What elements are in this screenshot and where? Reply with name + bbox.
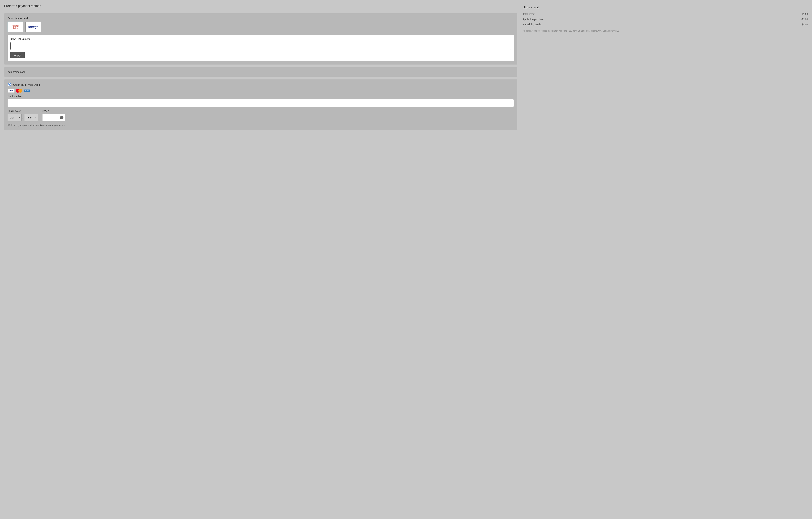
- apply-button[interactable]: Apply: [10, 52, 25, 58]
- pin-input[interactable]: [10, 42, 511, 50]
- total-credit-label: Total credit:: [523, 13, 535, 16]
- promo-section: Add promo code: [4, 67, 517, 77]
- year-select[interactable]: YYYY 202420252026 202720282029 2030: [24, 114, 38, 121]
- card-type-section: Select type of card: Rakuten kobo !Indig…: [4, 13, 517, 64]
- credit-card-radio-row: Credit card / Visa Debit: [8, 83, 514, 86]
- kobo-card-option[interactable]: Rakuten kobo: [8, 22, 23, 32]
- save-info-text: We'll save your payment information for …: [8, 124, 514, 127]
- remaining-credit-value: $0.00: [802, 23, 808, 26]
- indigo-logo: !Indigo: [28, 25, 38, 29]
- pin-section: Kobo PIN Number Apply: [8, 35, 514, 61]
- card-type-options: Rakuten kobo !Indigo: [8, 22, 514, 32]
- mastercard-icon: [16, 89, 22, 92]
- total-credit-row: Total credit: $1.00: [523, 13, 808, 16]
- transaction-footer-text: All transactions processed by Rakuten Ko…: [523, 29, 808, 32]
- total-credit-value: $1.00: [802, 13, 808, 16]
- month-select[interactable]: MM 010203 040506 070809 101112: [8, 114, 22, 121]
- add-promo-code-link[interactable]: Add promo code: [8, 71, 26, 73]
- cvv-label: CVV *: [42, 110, 65, 112]
- page-title: Preferred payment method: [4, 4, 517, 8]
- applied-credit-label: Applied to purchase:: [523, 18, 545, 21]
- left-panel: Preferred payment method Select type of …: [4, 4, 517, 515]
- expiry-date-group: Expiry date * MM 010203 040506 070809 10…: [8, 110, 38, 121]
- applied-credit-row: Applied to purchase: -$1.00: [523, 18, 808, 21]
- remaining-credit-label: Remaining credit:: [523, 23, 542, 26]
- cvv-input-wrapper: ?: [42, 114, 65, 121]
- kobo-logo-line2: kobo: [13, 27, 18, 29]
- right-panel: Store credit Total credit: $1.00 Applied…: [523, 4, 808, 515]
- date-separator: /: [23, 116, 23, 119]
- pin-label: Kobo PIN Number: [10, 38, 511, 40]
- card-icons-row: VISA AMEX: [8, 89, 514, 92]
- store-credit-title: Store credit: [523, 5, 808, 9]
- mc-circle-right: [18, 89, 22, 92]
- main-container: Preferred payment method Select type of …: [0, 0, 812, 519]
- applied-credit-value: -$1.00: [801, 18, 808, 21]
- credit-card-section: Credit card / Visa Debit VISA AMEX Card …: [4, 79, 517, 130]
- credit-card-radio[interactable]: [8, 83, 11, 86]
- indigo-card-option[interactable]: !Indigo: [25, 22, 41, 32]
- cvv-group: CVV * ?: [42, 110, 65, 121]
- card-number-label: Card number *: [8, 95, 514, 98]
- visa-icon: VISA: [8, 89, 14, 92]
- remaining-credit-row: Remaining credit: $0.00: [523, 23, 808, 26]
- amex-icon: AMEX: [24, 89, 30, 92]
- kobo-logo: Rakuten kobo: [11, 25, 19, 29]
- card-number-input[interactable]: [8, 99, 514, 107]
- date-inputs: MM 010203 040506 070809 101112 ▼ / YYY: [8, 114, 38, 121]
- credit-card-label: Credit card / Visa Debit: [13, 83, 40, 86]
- date-cvv-row: Expiry date * MM 010203 040506 070809 10…: [8, 110, 514, 121]
- kobo-logo-line1: Rakuten: [11, 25, 19, 27]
- month-select-wrapper: MM 010203 040506 070809 101112 ▼: [8, 114, 22, 121]
- year-select-wrapper: YYYY 202420252026 202720282029 2030 ▼: [24, 114, 38, 121]
- expiry-label: Expiry date *: [8, 110, 38, 112]
- card-type-label: Select type of card:: [8, 17, 514, 20]
